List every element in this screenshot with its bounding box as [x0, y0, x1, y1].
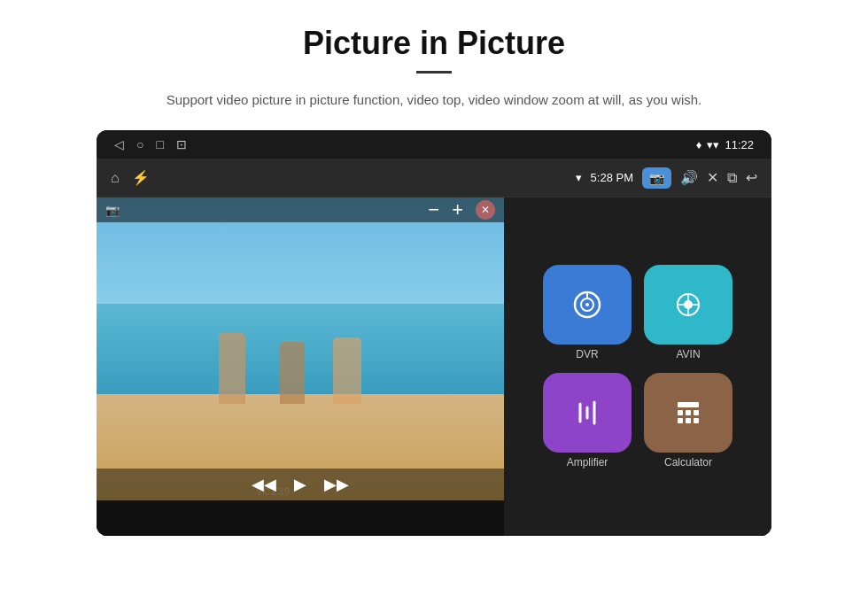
svg-rect-14: [694, 410, 699, 415]
app-calculator-label: Calculator: [664, 456, 712, 469]
app-avin-label: AVIN: [676, 348, 700, 360]
toolbar-left: ⌂ ⚡: [111, 169, 150, 186]
pip-plus-btn[interactable]: +: [452, 198, 463, 221]
pip-minus-btn[interactable]: −: [428, 198, 439, 221]
beach-scene: [97, 198, 504, 500]
app-avin-wrapper: AVIN: [644, 265, 732, 360]
toolbar-time: 5:28 PM: [591, 171, 633, 184]
app-amplifier-icon[interactable]: [543, 373, 632, 453]
svg-rect-17: [694, 418, 699, 423]
amplifier-symbol: [571, 397, 603, 429]
apps-row-1: DVR AVIN: [543, 265, 732, 360]
recents-nav-icon[interactable]: □: [156, 137, 163, 151]
status-bar-left: ◁ ○ □ ⊡: [114, 137, 187, 151]
camera-button[interactable]: 📷: [642, 167, 671, 189]
svg-rect-13: [686, 410, 691, 415]
person-2: [280, 342, 305, 404]
apps-row-2: Amplifier: [543, 373, 732, 469]
pip-video-container[interactable]: 📷 − + ✕ ◀◀ ▶ ▶▶: [97, 198, 504, 500]
app-avin-icon[interactable]: [644, 265, 732, 345]
person-1: [219, 333, 245, 404]
wifi-toolbar-icon: ▾: [576, 171, 582, 184]
status-bar-right: ♦ ▾▾ 11:22: [696, 138, 754, 151]
pip-close-btn[interactable]: ✕: [476, 200, 495, 220]
svg-point-2: [585, 303, 589, 306]
status-bar: ◁ ○ □ ⊡ ♦ ▾▾ 11:22: [97, 130, 771, 159]
svg-rect-12: [678, 410, 683, 415]
app-dvr-label: DVR: [576, 348, 598, 360]
svg-rect-15: [678, 418, 683, 423]
pip-next-btn[interactable]: ▶▶: [324, 475, 349, 494]
pip-controls-bottom: ◀◀ ▶ ▶▶: [97, 469, 504, 500]
pip-resize-controls: − + ✕: [428, 198, 495, 221]
pip-prev-btn[interactable]: ◀◀: [252, 475, 276, 494]
pip-play-btn[interactable]: ▶: [294, 475, 306, 494]
person-3: [333, 337, 361, 404]
pip-icon[interactable]: ⧉: [727, 170, 737, 186]
avin-symbol: [672, 289, 704, 321]
dvr-symbol: [571, 289, 603, 321]
svg-rect-16: [686, 418, 691, 423]
apps-grid-section: DVR AVIN: [504, 198, 771, 536]
app-dvr-icon[interactable]: [543, 265, 632, 345]
app-calculator-icon[interactable]: [644, 373, 732, 453]
wifi-icon: ▾▾: [707, 138, 719, 151]
page-subtitle: Support video picture in picture functio…: [167, 89, 701, 111]
close-icon[interactable]: ✕: [707, 169, 718, 186]
location-icon: ♦: [696, 138, 702, 151]
calculator-symbol: [672, 397, 704, 429]
app-amplifier-label: Amplifier: [567, 456, 608, 469]
pip-camera-icon: 📷: [105, 204, 120, 217]
page-title: Picture in Picture: [303, 25, 565, 62]
app-toolbar: ⌂ ⚡ ▾ 5:28 PM 📷 🔊 ✕ ⧉ ↩: [97, 159, 771, 198]
status-time: 11:22: [725, 138, 754, 151]
title-divider: [416, 71, 452, 74]
usb-icon: ⚡: [132, 169, 150, 186]
app-calculator-wrapper: Calculator: [644, 373, 732, 469]
toolbar-right: ▾ 5:28 PM 📷 🔊 ✕ ⧉ ↩: [576, 167, 757, 189]
back-nav-icon[interactable]: ◁: [114, 137, 124, 151]
device-frame: ◁ ○ □ ⊡ ♦ ▾▾ 11:22 ⌂ ⚡ ▾ 5:28 PM 📷 🔊: [97, 130, 771, 536]
app-amplifier-wrapper: Amplifier: [543, 373, 632, 469]
video-section: 📷 − + ✕ ◀◀ ▶ ▶▶: [97, 198, 504, 536]
app-dvr-wrapper: DVR: [543, 265, 632, 360]
home-icon[interactable]: ⌂: [111, 170, 120, 186]
pip-overlay-bar: 📷 − + ✕: [97, 198, 504, 222]
svg-rect-11: [678, 402, 699, 407]
home-nav-icon[interactable]: ○: [136, 137, 143, 151]
volume-icon[interactable]: 🔊: [680, 169, 698, 186]
back-toolbar-icon[interactable]: ↩: [746, 169, 757, 186]
main-content: 📷 − + ✕ ◀◀ ▶ ▶▶: [97, 198, 771, 536]
screen-icon[interactable]: ⊡: [176, 137, 187, 151]
